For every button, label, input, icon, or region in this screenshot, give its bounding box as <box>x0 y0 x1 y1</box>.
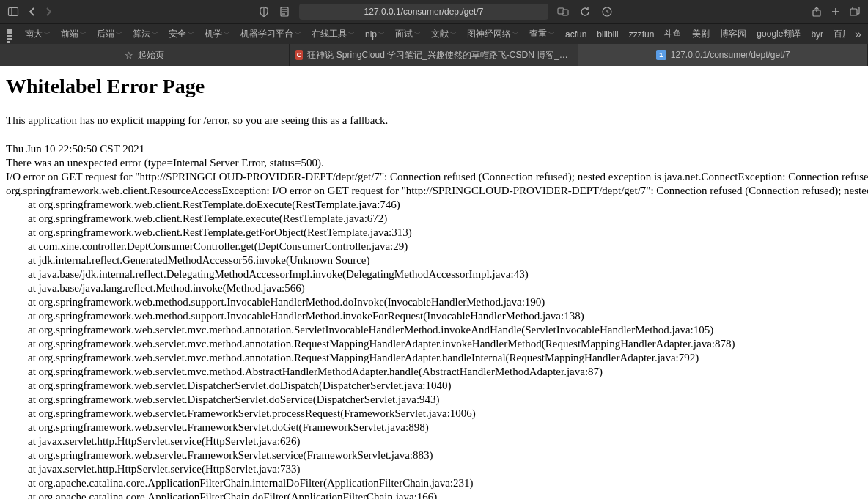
error-timestamp: Thu Jun 10 22:50:50 CST 2021 <box>6 143 862 155</box>
chevron-down-icon: ﹀ <box>378 29 385 39</box>
stack-trace-line: at org.springframework.web.client.RestTe… <box>6 212 862 225</box>
forward-button[interactable] <box>41 4 56 19</box>
bookmark-item[interactable]: 斗鱼 <box>664 28 682 40</box>
error-exception: org.springframework.web.client.ResourceA… <box>6 185 862 197</box>
bookmark-item[interactable]: bilibili <box>597 29 618 40</box>
csdn-favicon: C <box>295 50 304 60</box>
error-summary: There was an unexpected error (type=Inte… <box>6 157 862 169</box>
bookmarks-bar: 南大﹀前端﹀后端﹀算法﹀安全﹀机学﹀机器学习平台﹀在线工具﹀nlp﹀面试﹀文献﹀… <box>0 23 868 44</box>
stack-trace-line: at org.springframework.web.servlet.Frame… <box>6 449 862 462</box>
chevron-down-icon: ﹀ <box>295 29 301 39</box>
chevron-down-icon: ﹀ <box>512 29 519 39</box>
stack-trace-line: at java.base/java.lang.reflect.Method.in… <box>6 282 862 295</box>
error-exception: I/O error on GET request for "http://SPR… <box>6 171 862 183</box>
shield-icon[interactable] <box>257 4 271 19</box>
apps-icon[interactable] <box>7 29 15 40</box>
bookmark-item[interactable]: 面试﹀ <box>395 28 421 40</box>
bookmark-item[interactable]: 前端﹀ <box>61 28 87 40</box>
bookmarks-overflow-icon[interactable]: » <box>855 28 861 41</box>
bookmark-item[interactable]: 在线工具﹀ <box>312 28 355 40</box>
bookmark-item[interactable]: google翻译 <box>757 28 801 40</box>
share-icon[interactable] <box>809 4 824 19</box>
bookmark-item[interactable]: 查重﹀ <box>529 28 555 40</box>
stack-trace-line: at org.springframework.web.servlet.Frame… <box>6 421 862 434</box>
sidebar-toggle-icon[interactable] <box>6 4 21 19</box>
new-tab-icon[interactable] <box>828 4 843 19</box>
back-button[interactable] <box>25 4 40 19</box>
chevron-down-icon: ﹀ <box>116 29 122 39</box>
reader-icon[interactable] <box>277 4 292 19</box>
browser-toolbar: 127.0.0.1/consumer/dept/get/7 <box>0 0 868 23</box>
tabs-overview-icon[interactable] <box>847 4 862 19</box>
error-message: This application has no explicit mapping… <box>6 114 862 127</box>
stack-trace-line: at org.springframework.web.servlet.mvc.m… <box>6 366 862 378</box>
bookmark-item[interactable]: 后端﹀ <box>97 28 122 40</box>
svg-rect-8 <box>562 10 568 15</box>
stack-trace-line: at org.springframework.web.method.suppor… <box>6 296 862 308</box>
tab-label: 狂神说 SpringCloud 学习笔记_兴趣使然的草帽路飞-CSDN 博客_狂… <box>307 49 572 62</box>
bookmark-item[interactable]: 安全﹀ <box>169 28 194 40</box>
chevron-down-icon: ﹀ <box>80 29 87 39</box>
stack-trace-line: at jdk.internal.reflect.GeneratedMethodA… <box>6 254 862 267</box>
tabs-bar: ☆ 起始页 C 狂神说 SpringCloud 学习笔记_兴趣使然的草帽路飞-C… <box>0 44 868 66</box>
tab-start-page[interactable]: ☆ 起始页 <box>0 44 290 66</box>
bookmark-item[interactable]: 机器学习平台﹀ <box>240 28 301 40</box>
stack-trace-line: at org.springframework.web.servlet.mvc.m… <box>6 352 862 364</box>
svg-rect-7 <box>558 8 564 14</box>
reload-icon[interactable] <box>578 4 592 19</box>
stack-trace-line: at org.springframework.web.method.suppor… <box>6 310 862 322</box>
stack-trace-line: at org.springframework.web.servlet.Dispa… <box>6 380 862 392</box>
stack-trace-line: at org.springframework.web.client.RestTe… <box>6 199 862 211</box>
translate-icon[interactable] <box>556 4 570 19</box>
chevron-down-icon: ﹀ <box>44 29 51 39</box>
stack-trace-line: at org.springframework.web.servlet.mvc.m… <box>6 324 862 336</box>
bookmark-item[interactable]: nlp﹀ <box>365 29 385 40</box>
chevron-down-icon: ﹀ <box>224 29 230 39</box>
url-bar[interactable]: 127.0.0.1/consumer/dept/get/7 <box>299 4 548 20</box>
bookmark-item[interactable]: 南大﹀ <box>25 28 51 40</box>
bookmark-item[interactable]: 美剧 <box>692 28 710 40</box>
bookmark-item[interactable]: 算法﹀ <box>133 28 158 40</box>
bookmark-item[interactable]: acfun <box>565 29 586 40</box>
bookmark-item[interactable]: 百度 <box>834 28 845 40</box>
chevron-down-icon: ﹀ <box>414 29 421 39</box>
tab-count-badge: 1 <box>656 50 666 60</box>
svg-rect-0 <box>9 8 18 16</box>
error-title: Whitelabel Error Page <box>6 75 862 98</box>
stack-trace-line: at org.springframework.web.servlet.Dispa… <box>6 393 862 406</box>
tab-csdn-blog[interactable]: C 狂神说 SpringCloud 学习笔记_兴趣使然的草帽路飞-CSDN 博客… <box>290 44 579 66</box>
stack-trace-line: at com.xine.controller.DeptConsumerContr… <box>6 240 862 253</box>
bookmark-item[interactable]: 机学﹀ <box>205 28 230 40</box>
stack-trace-line: at java.base/jdk.internal.reflect.Delega… <box>6 268 862 281</box>
chevron-down-icon: ﹀ <box>548 29 555 39</box>
chevron-down-icon: ﹀ <box>348 29 355 39</box>
history-icon[interactable] <box>600 4 614 19</box>
chevron-down-icon: ﹀ <box>450 29 457 39</box>
bookmark-item[interactable]: zzzfun <box>629 29 655 40</box>
chevron-down-icon: ﹀ <box>152 29 158 39</box>
stack-trace-line: at javax.servlet.http.HttpServlet.servic… <box>6 463 862 476</box>
stack-trace-line: at org.springframework.web.client.RestTe… <box>6 226 862 239</box>
tab-label: 127.0.0.1/consumer/dept/get/7 <box>671 50 790 60</box>
star-icon: ☆ <box>125 50 133 61</box>
bookmark-item[interactable]: 博客园 <box>720 28 746 40</box>
bookmark-item[interactable]: byr <box>811 29 823 40</box>
stack-trace-line: at org.apache.catalina.core.ApplicationF… <box>6 491 862 499</box>
tab-localhost[interactable]: 1 127.0.0.1/consumer/dept/get/7 <box>578 44 868 66</box>
error-page-content: Whitelabel Error Page This application h… <box>0 66 868 499</box>
chevron-down-icon: ﹀ <box>188 29 194 39</box>
svg-rect-14 <box>850 9 857 15</box>
tab-label: 起始页 <box>138 49 164 62</box>
bookmark-item[interactable]: 文献﹀ <box>431 28 457 40</box>
stack-trace-line: at org.apache.catalina.core.ApplicationF… <box>6 477 862 489</box>
stack-trace-line: at javax.servlet.http.HttpServlet.servic… <box>6 435 862 448</box>
bookmark-item[interactable]: 图神经网络﹀ <box>467 28 519 40</box>
stack-trace-line: at org.springframework.web.servlet.Frame… <box>6 407 862 420</box>
stack-trace-line: at org.springframework.web.servlet.mvc.m… <box>6 338 862 350</box>
